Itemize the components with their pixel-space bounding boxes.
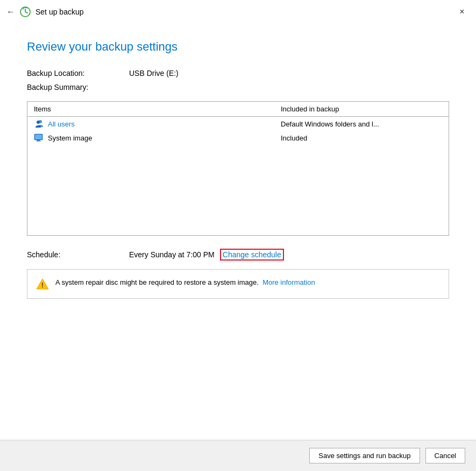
backup-location-value: USB Drive (E:) <box>129 69 179 78</box>
col-header-items: Items <box>34 105 281 113</box>
svg-point-2 <box>37 121 40 124</box>
table-row: All users Default Windows folders and l.… <box>27 117 449 131</box>
svg-text:!: ! <box>41 281 44 289</box>
all-users-link[interactable]: All users <box>48 120 75 128</box>
back-button[interactable]: ← <box>6 7 15 17</box>
schedule-row: Schedule: Every Sunday at 7:00 PM Change… <box>27 249 449 261</box>
svg-rect-6 <box>36 141 41 142</box>
system-image-label: System image <box>48 134 92 142</box>
all-users-included: Default Windows folders and l... <box>281 120 442 128</box>
change-schedule-link[interactable]: Change schedule <box>220 249 284 261</box>
backup-location-label: Backup Location: <box>27 69 129 78</box>
users-icon <box>34 119 45 128</box>
main-content: Review your backup settings Backup Locat… <box>0 24 476 440</box>
backup-summary-row: Backup Summary: <box>27 83 449 96</box>
table-header: Items Included in backup <box>27 102 449 117</box>
cancel-button[interactable]: Cancel <box>425 448 465 463</box>
schedule-label: Schedule: <box>27 250 129 259</box>
more-information-link[interactable]: More information <box>262 278 315 286</box>
dialog-footer: Save settings and run backup Cancel <box>0 440 476 471</box>
table-row: System image Included <box>27 131 449 145</box>
warning-text: A system repair disc might be required t… <box>55 277 315 288</box>
backup-items-table: Items Included in backup <box>27 101 449 236</box>
window-title: Set up backup <box>35 8 84 16</box>
schedule-value: Every Sunday at 7:00 PM <box>129 250 215 259</box>
table-body: All users Default Windows folders and l.… <box>27 117 449 235</box>
title-bar: ← Set up backup × <box>0 0 476 24</box>
backup-icon <box>19 6 31 18</box>
col-header-included: Included in backup <box>281 105 442 113</box>
row-item-system-image: System image <box>34 133 281 142</box>
row-item-all-users: All users <box>34 119 281 128</box>
warning-box: ! A system repair disc might be required… <box>27 269 449 299</box>
setup-backup-dialog: ← Set up backup × Review your backup set… <box>0 0 476 471</box>
svg-rect-4 <box>35 135 42 139</box>
page-heading: Review your backup settings <box>27 40 449 54</box>
backup-location-row: Backup Location: USB Drive (E:) <box>27 69 449 78</box>
close-button[interactable]: × <box>454 4 470 19</box>
monitor-icon <box>34 133 45 142</box>
title-bar-left: ← Set up backup <box>6 6 84 18</box>
backup-summary-label: Backup Summary: <box>27 83 129 92</box>
warning-icon: ! <box>36 278 49 291</box>
save-run-backup-button[interactable]: Save settings and run backup <box>309 448 420 463</box>
svg-rect-5 <box>37 140 40 141</box>
system-image-included: Included <box>281 134 442 142</box>
